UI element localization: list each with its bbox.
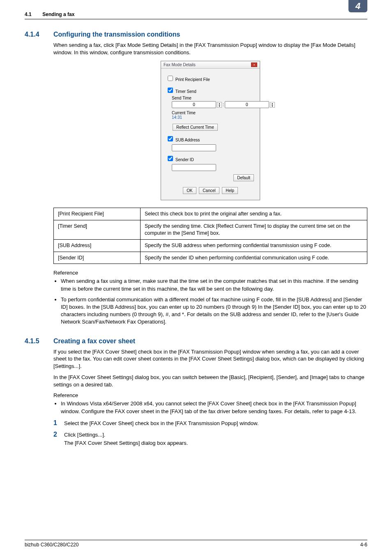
reflect-current-time-button[interactable]: Reflect Current Time bbox=[173, 124, 218, 131]
timer-send-label: Timer Send bbox=[175, 89, 196, 94]
fax-mode-details-dialog: Fax Mode Details × Print Recipient File … bbox=[161, 61, 260, 200]
step-2-substep: The [FAX Cover Sheet Settings] dialog bo… bbox=[64, 440, 367, 446]
section-number-414: 4.1.4 bbox=[25, 31, 53, 38]
section-title-414: Configuring the transmission conditions bbox=[53, 31, 180, 38]
step-1: 1 Select the [FAX Cover Sheet] check box… bbox=[53, 419, 367, 427]
time-colon: : bbox=[223, 102, 224, 107]
reference-list-414: When sending a fax using a timer, make s… bbox=[53, 278, 367, 326]
cancel-button[interactable]: Cancel bbox=[199, 187, 219, 194]
section-number-415: 4.1.5 bbox=[25, 338, 53, 345]
list-item: When sending a fax using a timer, make s… bbox=[61, 278, 367, 292]
current-time-value: 14:31 bbox=[172, 115, 255, 120]
close-icon[interactable]: × bbox=[251, 62, 257, 67]
setting-desc: Specify the sending time. Click [Reflect… bbox=[141, 220, 367, 239]
footer-right: 4-6 bbox=[360, 542, 367, 548]
current-time-label: Current Time bbox=[172, 111, 255, 115]
table-row: [Print Recipient File] Select this check… bbox=[54, 208, 367, 220]
table-row: [Sender ID] Specify the sender ID when p… bbox=[54, 252, 367, 264]
section-414-intro: When sending a fax, click [Fax Mode Sett… bbox=[53, 42, 367, 56]
step-number: 2 bbox=[53, 431, 64, 438]
header-section-number: 4.1 bbox=[25, 12, 41, 17]
reference-label-414: Reference bbox=[53, 270, 367, 276]
print-recipient-file-checkbox[interactable]: Print Recipient File bbox=[166, 74, 255, 82]
step-number: 1 bbox=[53, 419, 64, 427]
step-text: Select the [FAX Cover Sheet] check box i… bbox=[64, 419, 367, 426]
spinner-arrows-min[interactable]: ▲▼ bbox=[270, 102, 275, 108]
send-hour-input[interactable] bbox=[172, 101, 216, 108]
sub-address-input[interactable] bbox=[172, 144, 216, 151]
send-time-label: Send Time bbox=[172, 96, 255, 100]
dialog-titlebar: Fax Mode Details × bbox=[161, 61, 260, 69]
dialog-title-text: Fax Mode Details bbox=[164, 62, 196, 67]
sender-id-label: Sender ID bbox=[175, 157, 194, 162]
print-recipient-file-label: Print Recipient File bbox=[175, 77, 210, 82]
section-415-para2: In the [FAX Cover Sheet Settings] dialog… bbox=[53, 374, 367, 388]
help-button[interactable]: Help bbox=[222, 187, 238, 194]
timer-send-checkbox[interactable]: Timer Send bbox=[166, 86, 255, 94]
setting-name: [Timer Send] bbox=[54, 220, 141, 239]
print-recipient-file-input[interactable] bbox=[168, 76, 173, 81]
page-footer: bizhub C360/C280/C220 4-6 bbox=[25, 540, 367, 548]
setting-name: [SUB Address] bbox=[54, 239, 141, 252]
default-button[interactable]: Default bbox=[233, 174, 254, 181]
sub-address-label: SUB Address bbox=[175, 138, 200, 142]
spinner-arrows-hour[interactable]: ▲▼ bbox=[217, 102, 222, 108]
header-section-title: Sending a fax bbox=[42, 12, 74, 17]
section-heading-414: 4.1.4 Configuring the transmission condi… bbox=[25, 31, 367, 38]
sub-address-checkbox[interactable]: SUB Address bbox=[166, 135, 255, 143]
timer-send-input[interactable] bbox=[168, 88, 173, 93]
running-header-left: 4.1 Sending a fax bbox=[25, 12, 74, 19]
settings-table: [Print Recipient File] Select this check… bbox=[53, 208, 367, 264]
table-row: [SUB Address] Specify the SUB address wh… bbox=[54, 239, 367, 252]
list-item: In Windows Vista x64/Server 2008 x64, yo… bbox=[61, 400, 367, 415]
sub-address-check-input[interactable] bbox=[168, 136, 173, 141]
setting-desc: Specify the sender ID when performing co… bbox=[141, 252, 367, 264]
reference-label-415: Reference bbox=[53, 392, 367, 398]
step-2: 2 Click [Settings...]. bbox=[53, 431, 367, 438]
dialog-figure: Fax Mode Details × Print Recipient File … bbox=[53, 61, 367, 200]
chapter-badge: 4 bbox=[348, 0, 367, 12]
section-title-415: Creating a fax cover sheet bbox=[53, 338, 135, 345]
send-time-spinner[interactable]: ▲▼ : ▲▼ bbox=[172, 101, 275, 108]
reference-list-415: In Windows Vista x64/Server 2008 x64, yo… bbox=[53, 400, 367, 415]
section-heading-415: 4.1.5 Creating a fax cover sheet bbox=[25, 338, 367, 345]
step-text: Click [Settings...]. bbox=[64, 431, 367, 438]
setting-name: [Sender ID] bbox=[54, 252, 141, 264]
send-min-input[interactable] bbox=[225, 101, 269, 108]
list-item: To perform confidential communication wi… bbox=[61, 296, 367, 326]
ok-button[interactable]: OK bbox=[183, 187, 196, 194]
chapter-number: 4 bbox=[355, 1, 360, 11]
footer-left: bizhub C360/C280/C220 bbox=[25, 542, 78, 548]
sender-id-check-input[interactable] bbox=[168, 156, 173, 161]
setting-desc: Specify the SUB address when performing … bbox=[141, 239, 367, 252]
sender-id-checkbox[interactable]: Sender ID bbox=[166, 155, 255, 162]
sender-id-input[interactable] bbox=[172, 164, 216, 171]
section-415-para1: If you select the [FAX Cover Sheet] chec… bbox=[53, 348, 367, 370]
setting-name: [Print Recipient File] bbox=[54, 208, 141, 220]
setting-desc: Select this check box to print the origi… bbox=[141, 208, 367, 220]
table-row: [Timer Send] Specify the sending time. C… bbox=[54, 220, 367, 239]
running-header: 4.1 Sending a fax 4 bbox=[25, 12, 367, 19]
